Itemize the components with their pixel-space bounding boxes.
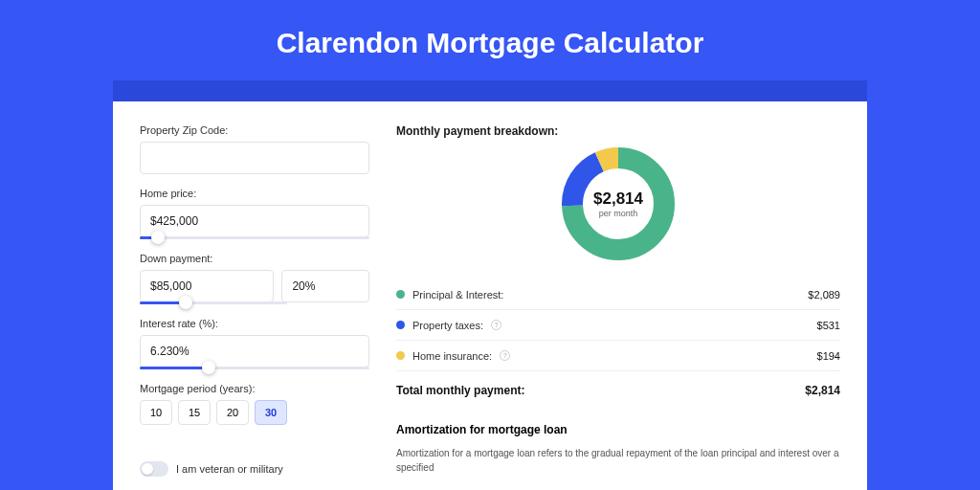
header-banner bbox=[113, 80, 867, 101]
breakdown-value: $531 bbox=[817, 320, 840, 331]
breakdown-heading: Monthly payment breakdown: bbox=[396, 124, 840, 138]
breakdown-row: Home insurance:?$194 bbox=[396, 341, 840, 371]
legend-dot bbox=[396, 321, 405, 329]
breakdown-label: Principal & Interest: bbox=[412, 289, 503, 301]
zip-input[interactable] bbox=[140, 142, 369, 174]
veteran-row: I am veteran or military bbox=[140, 461, 369, 477]
amortization-text: Amortization for a mortgage loan refers … bbox=[396, 446, 840, 475]
form-panel: Property Zip Code: Home price: Down paym… bbox=[140, 124, 369, 490]
interest-field: Interest rate (%): bbox=[140, 318, 369, 369]
breakdown-label: Property taxes: bbox=[412, 320, 483, 331]
down-payment-amount-input[interactable] bbox=[140, 270, 274, 302]
home-price-slider[interactable] bbox=[140, 236, 369, 239]
period-label: Mortgage period (years): bbox=[140, 383, 369, 394]
total-label: Total monthly payment: bbox=[396, 384, 524, 397]
period-button-30[interactable]: 30 bbox=[255, 400, 287, 425]
amortization-section: Amortization for mortgage loan Amortizat… bbox=[396, 423, 840, 475]
breakdown-value: $194 bbox=[817, 350, 840, 362]
donut-amount: $2,814 bbox=[593, 189, 643, 209]
veteran-toggle[interactable] bbox=[140, 461, 168, 477]
donut-chart: $2,814 per month bbox=[396, 145, 840, 262]
down-payment-pct-input[interactable] bbox=[281, 270, 369, 302]
down-payment-label: Down payment: bbox=[140, 253, 369, 264]
interest-label: Interest rate (%): bbox=[140, 318, 369, 329]
home-price-field: Home price: bbox=[140, 188, 369, 239]
period-field: Mortgage period (years): 10152030 bbox=[140, 383, 369, 425]
total-row: Total monthly payment: $2,814 bbox=[396, 371, 840, 410]
slider-thumb[interactable] bbox=[179, 296, 192, 309]
interest-slider[interactable] bbox=[140, 367, 369, 369]
slider-thumb[interactable] bbox=[202, 361, 215, 374]
page-title: Clarendon Mortgage Calculator bbox=[277, 27, 704, 59]
breakdown-row: Principal & Interest:$2,089 bbox=[396, 279, 840, 310]
info-icon[interactable]: ? bbox=[500, 350, 510, 361]
amortization-heading: Amortization for mortgage loan bbox=[396, 423, 840, 436]
calculator-card: Property Zip Code: Home price: Down paym… bbox=[113, 101, 867, 490]
breakdown-value: $2,089 bbox=[808, 289, 840, 301]
total-value: $2,814 bbox=[805, 384, 840, 397]
period-button-10[interactable]: 10 bbox=[140, 400, 172, 425]
breakdown-label: Home insurance: bbox=[412, 350, 492, 362]
interest-input[interactable] bbox=[140, 335, 369, 368]
zip-label: Property Zip Code: bbox=[140, 124, 369, 136]
home-price-label: Home price: bbox=[140, 188, 369, 199]
home-price-input[interactable] bbox=[140, 205, 369, 237]
zip-field: Property Zip Code: bbox=[140, 124, 369, 174]
veteran-label: I am veteran or military bbox=[176, 463, 283, 475]
legend-dot bbox=[396, 351, 405, 360]
info-icon[interactable]: ? bbox=[491, 320, 501, 330]
slider-thumb[interactable] bbox=[151, 231, 165, 244]
breakdown-panel: Monthly payment breakdown: $2,814 per mo… bbox=[396, 124, 840, 490]
donut-subtext: per month bbox=[599, 209, 638, 218]
down-payment-field: Down payment: bbox=[140, 253, 369, 304]
breakdown-row: Property taxes:?$531 bbox=[396, 310, 840, 341]
period-button-20[interactable]: 20 bbox=[216, 400, 249, 425]
down-payment-slider[interactable] bbox=[140, 301, 287, 304]
legend-dot bbox=[396, 290, 405, 299]
period-button-15[interactable]: 15 bbox=[178, 400, 211, 425]
